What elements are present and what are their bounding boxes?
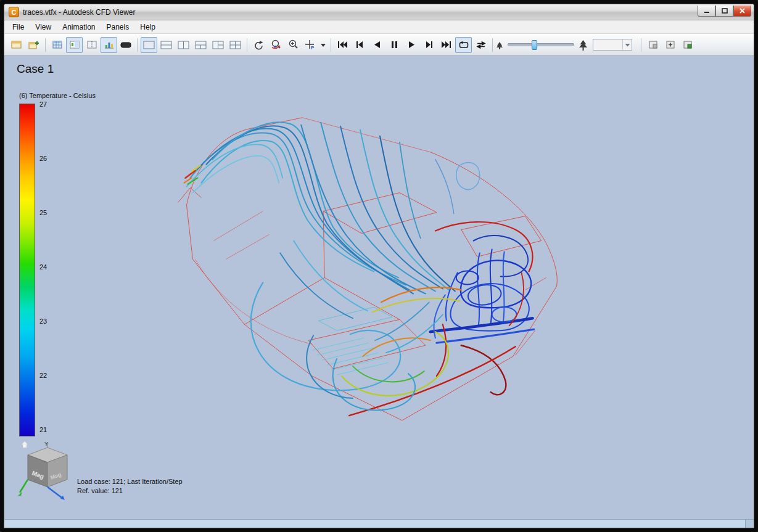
toolbar-separator [641, 38, 641, 52]
toolbar-separator [492, 38, 493, 52]
layout-right-split-icon [212, 41, 224, 49]
legend-ticks: 27 26 25 24 23 22 21 [39, 100, 47, 433]
streamlines [184, 122, 534, 415]
close-button[interactable] [733, 6, 751, 17]
export-view-button[interactable] [679, 37, 696, 53]
viewport-layout-group [141, 37, 244, 53]
blank-screen-button[interactable] [117, 37, 134, 53]
add-layout-button[interactable] [25, 37, 42, 53]
speed-slider-thumb[interactable] [532, 40, 537, 50]
orientation-cube[interactable]: Y Mag Mag [17, 439, 78, 503]
horizontal-scrollbar[interactable] [4, 519, 754, 528]
probe-group: P [302, 37, 328, 53]
title-bar[interactable]: C traces.vtfx - Autodesk CFD Viewer [4, 4, 754, 20]
open-layout-button[interactable] [8, 37, 25, 53]
layout-bottom-split-icon [195, 41, 207, 49]
home-icon[interactable] [22, 441, 28, 448]
loop-icon [459, 41, 469, 49]
app-icon: C [9, 7, 19, 17]
first-frame-icon [338, 41, 347, 48]
speed-fast-icon[interactable] [579, 39, 588, 51]
next-frame-button[interactable] [421, 37, 437, 53]
pause-button[interactable] [386, 37, 403, 53]
resize-grip[interactable] [745, 520, 754, 528]
layout-file-group [8, 37, 42, 53]
snapshot-button[interactable] [645, 37, 661, 53]
first-frame-button[interactable] [334, 37, 351, 53]
bounce-playback-button[interactable] [472, 37, 489, 53]
add-view-icon [665, 40, 675, 49]
layout-bottom-split-button[interactable] [192, 37, 209, 53]
frame-select-arrow[interactable] [622, 39, 632, 50]
column-chart-button[interactable] [101, 37, 117, 53]
menu-bar: File View Animation Panels Help [4, 20, 754, 34]
play-forward-button[interactable] [403, 37, 420, 53]
window-controls [698, 6, 751, 17]
zoom-in-button[interactable] [285, 37, 302, 53]
speed-slow-icon[interactable] [496, 41, 503, 49]
color-legend: (6) Temperature - Celsius 27 26 25 24 23… [19, 92, 96, 436]
loop-playback-button[interactable] [455, 37, 472, 53]
toolbar-separator [247, 38, 247, 52]
zoom-area-button[interactable]: A [268, 37, 284, 53]
svg-text:P: P [311, 45, 315, 50]
z-axis-line [47, 487, 62, 498]
menu-item-help[interactable]: Help [134, 21, 161, 33]
status-line-ref-value: Ref. value: 121 [77, 486, 183, 496]
snapshot-icon [648, 40, 658, 49]
layout-horizontal-split-button[interactable] [158, 37, 175, 53]
menu-item-view[interactable]: View [30, 21, 57, 33]
legend-tick: 22 [39, 372, 47, 379]
split-table-button[interactable] [83, 37, 100, 53]
probe-point-button[interactable]: P [302, 37, 318, 53]
minimize-button[interactable] [698, 6, 715, 17]
frame-select[interactable] [593, 39, 632, 51]
last-frame-button[interactable] [438, 37, 455, 53]
plot-panel-icon [70, 40, 80, 49]
add-view-button[interactable] [662, 37, 678, 53]
case-title: Case 1 [17, 62, 54, 76]
layout-vertical-split-button[interactable] [175, 37, 192, 53]
status-line-load-case: Load case: 121; Last Iteration/Step [77, 477, 183, 486]
toolbar-separator [331, 38, 331, 52]
menu-item-file[interactable]: File [7, 21, 30, 33]
rotate-icon [253, 40, 264, 50]
last-frame-icon [442, 41, 451, 48]
window-frame: C traces.vtfx - Autodesk CFD Viewer File… [0, 0, 758, 532]
menu-item-animation[interactable]: Animation [57, 21, 101, 33]
render-viewport[interactable]: Case 1 (6) Temperature - Celsius 27 26 2… [4, 56, 754, 519]
chevron-down-icon [625, 43, 630, 47]
layout-right-split-button[interactable] [210, 37, 226, 53]
legend-tick: 26 [39, 155, 47, 162]
legend-tick: 23 [39, 317, 47, 325]
plot-panel-button[interactable] [66, 37, 83, 53]
app-window: C traces.vtfx - Autodesk CFD Viewer File… [4, 4, 754, 528]
probe-options-button[interactable] [319, 37, 328, 53]
legend-tick: 25 [39, 209, 47, 216]
layout-single-icon [143, 41, 155, 49]
split-table-icon [87, 40, 97, 49]
speed-slider[interactable] [508, 43, 574, 46]
zoom-in-icon [288, 39, 299, 50]
play-backward-button[interactable] [369, 37, 385, 53]
table-view-button[interactable] [49, 37, 65, 53]
play-backward-icon [373, 41, 381, 48]
playback-group [334, 37, 489, 53]
toolbar-separator [137, 38, 138, 52]
toolbar: A P [4, 34, 754, 56]
table-icon [52, 40, 62, 49]
layout-single-button[interactable] [141, 37, 157, 53]
rotate-view-button[interactable] [250, 37, 267, 53]
export-view-icon [683, 40, 693, 49]
menu-item-panels[interactable]: Panels [101, 21, 135, 33]
legend-tick: 27 [39, 100, 47, 108]
render-canvas[interactable] [4, 56, 754, 519]
layout-quad-button[interactable] [227, 37, 244, 53]
vent-hatch [312, 307, 392, 375]
legend-gradient-bar [19, 104, 35, 436]
layout-hsplit-icon [160, 41, 172, 49]
maximize-button[interactable] [715, 6, 733, 17]
status-text: Load case: 121; Last Iteration/Step Ref.… [77, 477, 183, 496]
next-frame-icon [425, 41, 433, 48]
previous-frame-button[interactable] [352, 37, 368, 53]
